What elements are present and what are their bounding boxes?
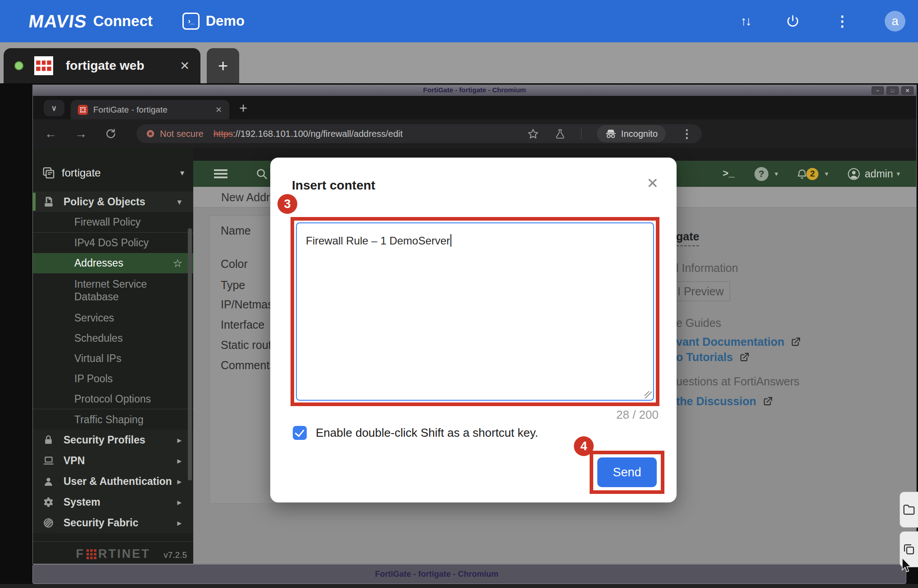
shortcut-checkbox[interactable]: [293, 426, 307, 440]
power-icon[interactable]: [786, 14, 800, 28]
help-info-fragment: l Information: [676, 262, 738, 275]
sidebar-section-label: VPN: [64, 455, 85, 467]
send-button[interactable]: Send: [597, 457, 657, 487]
app-header-actions: >_ ? 2 admin: [723, 167, 900, 181]
cli-console-icon[interactable]: >_: [723, 168, 734, 180]
annotation-box-send: Send: [590, 451, 664, 494]
new-tab-icon[interactable]: [239, 100, 247, 117]
chevron-down-icon: [825, 170, 828, 178]
divider: [33, 541, 193, 542]
sidebar-scrollbar[interactable]: [188, 228, 192, 480]
documentation-link[interactable]: vant Documentation: [676, 335, 801, 348]
session-demo-chip[interactable]: Demo: [182, 13, 245, 30]
close-icon[interactable]: [215, 105, 222, 115]
notifications-button[interactable]: 2: [796, 168, 818, 180]
sidebar-item-ip-pools[interactable]: IP Pools: [33, 368, 193, 389]
discussion-link[interactable]: the Discussion: [676, 395, 773, 408]
field-label-type: Type: [221, 279, 245, 292]
sidebar-item-services[interactable]: Services: [33, 308, 193, 328]
help-panel: gate l Information I Preview e Guides va…: [676, 187, 892, 564]
files-panel-button[interactable]: [900, 492, 918, 528]
external-link-icon: [739, 352, 750, 362]
link-label: vant Documentation: [676, 335, 784, 348]
hamburger-menu-icon[interactable]: [214, 169, 227, 178]
tab-fortigate-web[interactable]: fortigate web: [4, 48, 200, 83]
sidebar-section-user-authentication[interactable]: User & Authentication: [33, 471, 193, 492]
sidebar-section-label: User & Authentication: [64, 475, 172, 488]
toolbar-right: Incognito: [527, 125, 693, 142]
maximize-icon[interactable]: [886, 86, 899, 95]
sidebar-section-policy-objects[interactable]: Policy & Objects: [33, 191, 193, 212]
item-label: Internet Service Database: [74, 278, 160, 303]
transfer-arrows-icon[interactable]: [741, 14, 750, 28]
address-bar[interactable]: Not secure https://192.168.101.100/ng/fi…: [136, 124, 702, 143]
chevron-down-icon: [177, 197, 182, 207]
not-secure-icon[interactable]: [145, 129, 155, 139]
incognito-badge: Incognito: [597, 125, 666, 142]
browser-tab-fortigate[interactable]: FortiGate - fortigate: [71, 100, 229, 119]
sidebar-item-virtual-ips[interactable]: Virtual IPs: [33, 348, 193, 368]
back-icon[interactable]: [45, 127, 57, 141]
mavis-logo: MAVIS: [27, 11, 88, 32]
close-icon[interactable]: [646, 175, 659, 192]
sidebar-section-system[interactable]: System: [33, 492, 193, 512]
background-window-titlebar[interactable]: FortiGate - fortigate - Chromium: [32, 564, 906, 584]
sidebar-section-security-profiles[interactable]: Security Profiles: [33, 430, 193, 450]
tab-search-chevron-icon[interactable]: [44, 100, 64, 116]
experiments-flask-icon[interactable]: [554, 128, 566, 140]
terminal-icon: [182, 13, 200, 30]
sidebar-item-schedules[interactable]: Schedules: [33, 328, 193, 348]
close-icon[interactable]: [901, 86, 913, 95]
item-label: Addresses: [74, 257, 123, 269]
tutorials-link[interactable]: o Tutorials: [676, 351, 750, 364]
divider: [581, 128, 582, 140]
resize-handle-icon[interactable]: [645, 391, 652, 398]
field-label-comments: Comments: [221, 359, 275, 372]
item-label: IPv4 DoS Policy: [74, 236, 149, 249]
admin-username: admin: [865, 168, 893, 180]
item-label: Services: [74, 312, 114, 324]
sidebar-footer: F RTINET v7.2.5: [33, 541, 193, 561]
window-titlebar[interactable]: FortiGate - fortigate - Chromium: [33, 85, 916, 96]
shortcut-option-row: Enable double-click Shift as a shortcut …: [293, 426, 538, 440]
sidebar-sections: Security Profiles VPN Us: [33, 430, 193, 533]
content-textarea[interactable]: Firewall Rule – 1 DemoServer: [296, 222, 654, 401]
fortinet-logo-right: RTINET: [98, 547, 150, 561]
policy-objects-icon: [43, 196, 55, 208]
close-icon[interactable]: [180, 59, 190, 73]
chevron-right-icon: [177, 476, 182, 487]
field-label-color: Color: [221, 258, 248, 271]
mavis-product-name: Connect: [93, 13, 153, 30]
admin-menu[interactable]: admin: [847, 167, 900, 181]
help-icon[interactable]: ?: [754, 167, 768, 181]
device-selector[interactable]: fortigate: [33, 161, 193, 185]
sidebar-section-label: Policy & Objects: [64, 196, 145, 208]
session-label: Demo: [206, 13, 245, 29]
bottom-strip: [0, 584, 918, 588]
minimize-icon[interactable]: [872, 86, 884, 95]
mavis-top-bar: MAVIS Connect Demo a: [0, 0, 918, 42]
annotation-box-textarea: Firewall Rule – 1 DemoServer: [291, 217, 659, 406]
star-icon[interactable]: [173, 257, 182, 270]
more-menu-icon[interactable]: [835, 13, 850, 30]
browser-tab-row: FortiGate - fortigate: [33, 96, 916, 119]
sidebar-item-addresses[interactable]: Addresses: [33, 253, 193, 273]
search-icon[interactable]: [255, 167, 268, 180]
browser-menu-icon[interactable]: [681, 127, 693, 141]
reload-icon[interactable]: [105, 128, 117, 140]
item-label: Firewall Policy: [74, 216, 141, 228]
sidebar-section-security-fabric[interactable]: Security Fabric: [33, 512, 193, 533]
sidebar-item-ipv4-dos-policy[interactable]: IPv4 DoS Policy: [33, 233, 193, 253]
new-tab-button[interactable]: [207, 48, 239, 83]
sidebar-item-internet-service-database[interactable]: Internet Service Database: [33, 273, 193, 308]
incognito-label: Incognito: [621, 129, 658, 139]
api-preview-button[interactable]: I Preview: [673, 281, 730, 301]
sidebar-item-traffic-shaping[interactable]: Traffic Shaping: [33, 409, 193, 430]
sidebar-item-protocol-options[interactable]: Protocol Options: [33, 389, 193, 409]
forward-icon[interactable]: [75, 127, 87, 141]
sidebar-section-vpn[interactable]: VPN: [33, 450, 193, 471]
sidebar-item-firewall-policy[interactable]: Firewall Policy: [33, 212, 193, 232]
avatar[interactable]: a: [885, 11, 905, 32]
bookmark-star-icon[interactable]: [527, 128, 539, 140]
checkbox-label: Enable double-click Shift as a shortcut …: [316, 426, 538, 440]
